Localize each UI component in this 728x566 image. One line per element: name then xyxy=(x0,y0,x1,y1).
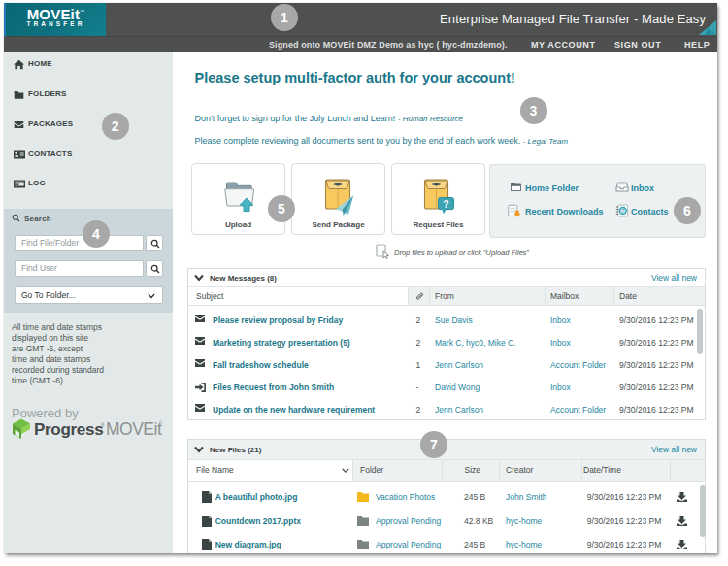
svg-text:®: ® xyxy=(101,422,105,428)
svg-text:@: @ xyxy=(620,207,626,214)
svg-text:®: ® xyxy=(159,420,163,426)
svg-text:?: ? xyxy=(443,198,448,210)
svg-text:Progress: Progress xyxy=(34,420,103,439)
svg-text:MOVEit: MOVEit xyxy=(106,419,162,439)
